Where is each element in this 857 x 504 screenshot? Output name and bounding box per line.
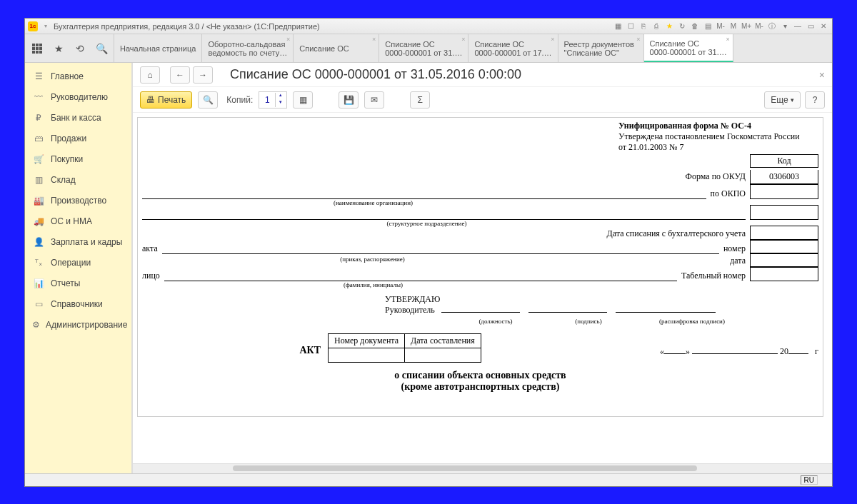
cart-icon: 🛒 bbox=[32, 154, 45, 164]
litso-label: лицо bbox=[142, 271, 164, 281]
horizontal-scrollbar[interactable] bbox=[133, 463, 832, 473]
ruk-label: Руководитель bbox=[385, 305, 435, 315]
title-btn-6[interactable]: 🗑 bbox=[689, 21, 701, 31]
save-button[interactable]: 💾 bbox=[339, 91, 359, 109]
title-dropdown-icon[interactable]: ▾ bbox=[42, 23, 49, 30]
favorite-icon[interactable]: ★ bbox=[663, 21, 675, 31]
copies-input[interactable] bbox=[259, 95, 275, 105]
spin-down-icon[interactable]: ▼ bbox=[275, 100, 285, 107]
tab-2[interactable]: ×Списание ОС bbox=[294, 34, 379, 62]
close-doc-icon[interactable]: × bbox=[819, 69, 825, 81]
sidebar: ☰Главное 〰Руководителю ₽Банк и касса 🗃Пр… bbox=[25, 63, 132, 473]
sidebar-item-reports[interactable]: 📊Отчеты bbox=[25, 273, 131, 293]
okud-label: Форма по ОКУД bbox=[686, 170, 750, 182]
docnum-head: Номер документа bbox=[329, 334, 405, 348]
tab-6-active[interactable]: ×Списание ОС0000-000001 от 31.… bbox=[644, 34, 733, 62]
book-icon: ▭ bbox=[32, 299, 45, 309]
star-icon[interactable]: ★ bbox=[52, 42, 65, 55]
tabs-bar: Начальная страница ×Оборотно-сальдоваяве… bbox=[114, 34, 832, 62]
help-button[interactable]: ? bbox=[805, 91, 825, 109]
sidebar-item-salary[interactable]: 👤Зарплата и кадры bbox=[25, 231, 131, 252]
close-icon[interactable]: × bbox=[636, 36, 640, 43]
dept-code-cell bbox=[750, 205, 818, 220]
maximize-icon[interactable]: ▭ bbox=[805, 21, 816, 31]
title-m3[interactable]: M+ bbox=[741, 21, 752, 31]
akt-table: Номер документаДата составления bbox=[328, 333, 481, 363]
forward-button[interactable]: → bbox=[193, 66, 213, 84]
akt-line1: о списании объекта основных средств bbox=[138, 370, 823, 381]
sidebar-item-production[interactable]: 🏭Производство bbox=[25, 190, 131, 211]
mail-button[interactable]: ✉ bbox=[364, 91, 384, 109]
sidebar-item-operations[interactable]: ᵀₓОперации bbox=[25, 252, 131, 273]
tab-1[interactable]: ×Оборотно-сальдоваяведомость по счету… bbox=[202, 34, 294, 62]
back-button[interactable]: ← bbox=[170, 66, 190, 84]
minimize-icon[interactable]: — bbox=[792, 21, 803, 31]
copies-label: Копий: bbox=[226, 95, 253, 105]
title-btn-2[interactable]: ☐ bbox=[625, 21, 636, 31]
title-btn-5[interactable]: ↻ bbox=[676, 21, 688, 31]
search-icon[interactable]: 🔍 bbox=[95, 42, 108, 55]
close-icon[interactable]: × bbox=[726, 36, 729, 43]
operations-icon: ᵀₓ bbox=[32, 258, 45, 268]
sidebar-item-refs[interactable]: ▭Справочники bbox=[25, 293, 131, 314]
title-btn-3[interactable]: ⎘ bbox=[638, 21, 649, 31]
close-icon[interactable]: × bbox=[372, 36, 376, 43]
svg-rect-6 bbox=[32, 51, 35, 54]
decode-hint: (расшифровка подписи) bbox=[642, 318, 742, 325]
title-btn-4[interactable]: ⎙ bbox=[651, 21, 662, 31]
title-btn-1[interactable]: ▦ bbox=[612, 21, 623, 31]
more-button[interactable]: Еще ▾ bbox=[764, 91, 801, 109]
preview-button[interactable]: 🔍 bbox=[198, 91, 218, 109]
lang-indicator[interactable]: RU bbox=[801, 475, 818, 485]
chart-icon: 〰 bbox=[32, 92, 45, 102]
sidebar-item-assets[interactable]: 🚚ОС и НМА bbox=[25, 211, 131, 231]
grid-button[interactable]: ▦ bbox=[293, 91, 313, 109]
sidebar-item-admin[interactable]: ⚙Администрирование bbox=[25, 314, 131, 335]
document-area[interactable]: Унифицированная форма № ОС-4 Утверждена … bbox=[133, 113, 832, 463]
sidebar-item-bank[interactable]: ₽Банк и касса bbox=[25, 107, 131, 128]
close-icon[interactable]: × bbox=[286, 36, 290, 43]
tab-4[interactable]: ×Списание ОС0000-000001 от 17.… bbox=[468, 34, 558, 62]
svg-rect-4 bbox=[36, 47, 39, 50]
close-icon[interactable]: × bbox=[461, 36, 465, 43]
copies-stepper[interactable]: ▲▼ bbox=[259, 91, 287, 109]
info-icon[interactable]: ⓘ bbox=[766, 21, 778, 31]
title-m2[interactable]: M bbox=[728, 21, 739, 31]
sidebar-item-manager[interactable]: 〰Руководителю bbox=[25, 86, 131, 107]
ruble-icon: ₽ bbox=[32, 113, 45, 123]
home-button[interactable]: ⌂ bbox=[140, 66, 160, 84]
history-icon[interactable]: ⟲ bbox=[74, 42, 86, 55]
form-approval-1: Утверждена постановлением Госкомстата Ро… bbox=[618, 131, 818, 142]
close-icon[interactable]: × bbox=[551, 36, 554, 43]
sign-hint: (подпись) bbox=[549, 318, 628, 325]
tab-3[interactable]: ×Списание ОС0000-000001 от 31.… bbox=[379, 34, 468, 62]
window-title: Бухгалтерия предприятия, редакция 3.0 / … bbox=[54, 22, 320, 31]
title-m4[interactable]: M- bbox=[753, 21, 765, 31]
doc-header: ⌂ ← → Списание ОС 0000-000001 от 31.05.2… bbox=[133, 63, 832, 87]
date-label: дата bbox=[730, 256, 746, 266]
dropdown-icon[interactable]: ▾ bbox=[779, 21, 791, 31]
tabnum-label: Табельный номер bbox=[677, 271, 746, 281]
sidebar-item-sales[interactable]: 🗃Продажи bbox=[25, 128, 131, 148]
okpo-cell bbox=[750, 184, 818, 199]
scrollbar-thumb[interactable] bbox=[233, 465, 697, 471]
tab-home[interactable]: Начальная страница bbox=[114, 34, 202, 62]
chevron-down-icon: ▾ bbox=[791, 96, 794, 104]
pos-hint: (должность) bbox=[456, 318, 535, 325]
sidebar-item-purchases[interactable]: 🛒Покупки bbox=[25, 148, 131, 169]
apps-icon[interactable] bbox=[31, 42, 44, 55]
window-title-bar: 1c ▾ Бухгалтерия предприятия, редакция 3… bbox=[25, 19, 832, 34]
spin-up-icon[interactable]: ▲ bbox=[275, 93, 285, 100]
print-form: Унифицированная форма № ОС-4 Утверждена … bbox=[137, 117, 823, 417]
tabnum-cell bbox=[750, 266, 818, 281]
sidebar-item-main[interactable]: ☰Главное bbox=[25, 66, 131, 86]
sigma-button[interactable]: Σ bbox=[410, 91, 430, 109]
close-window-icon[interactable]: ✕ bbox=[818, 21, 829, 31]
title-m1[interactable]: M- bbox=[715, 21, 726, 31]
tab-5[interactable]: ×Реестр документов"Списание ОС" bbox=[558, 34, 644, 62]
sidebar-item-warehouse[interactable]: ▥Склад bbox=[25, 169, 131, 190]
print-button[interactable]: 🖶Печать bbox=[140, 91, 192, 109]
title-calc-icon[interactable]: ▤ bbox=[702, 21, 713, 31]
num-cell bbox=[750, 239, 818, 254]
doc-toolbar: 🖶Печать 🔍 Копий: ▲▼ ▦ 💾 ✉ Σ Еще ▾ ? bbox=[133, 87, 832, 113]
